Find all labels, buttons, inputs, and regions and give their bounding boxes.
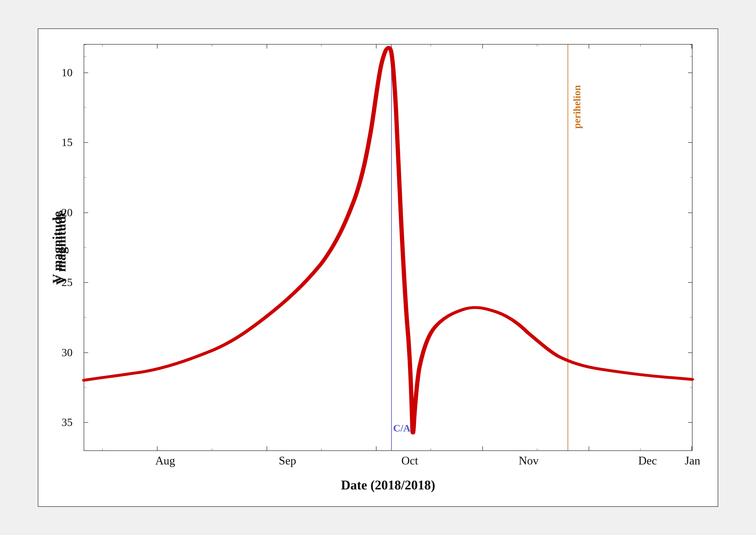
x-axis-title: Date (2018/2018) [84,478,692,493]
chart-container: V magnitude 10 15 20 25 30 35 [38,28,718,507]
x-label-dec: Dec [638,454,657,467]
tick-y-minor-8 [84,450,86,451]
x-label-sep: Sep [279,454,296,467]
tick-y-minor-8r [690,450,692,451]
x-label-jan: Jan [685,454,700,467]
magnitude-curve [84,44,692,450]
x-label-oct: Oct [402,454,418,467]
y-axis-title: V magnitude [45,44,70,451]
x-label-nov: Nov [519,454,538,467]
curve-path [84,47,692,433]
chart-area: 10 15 20 25 30 35 [84,44,692,451]
x-label-aug: Aug [155,454,175,467]
